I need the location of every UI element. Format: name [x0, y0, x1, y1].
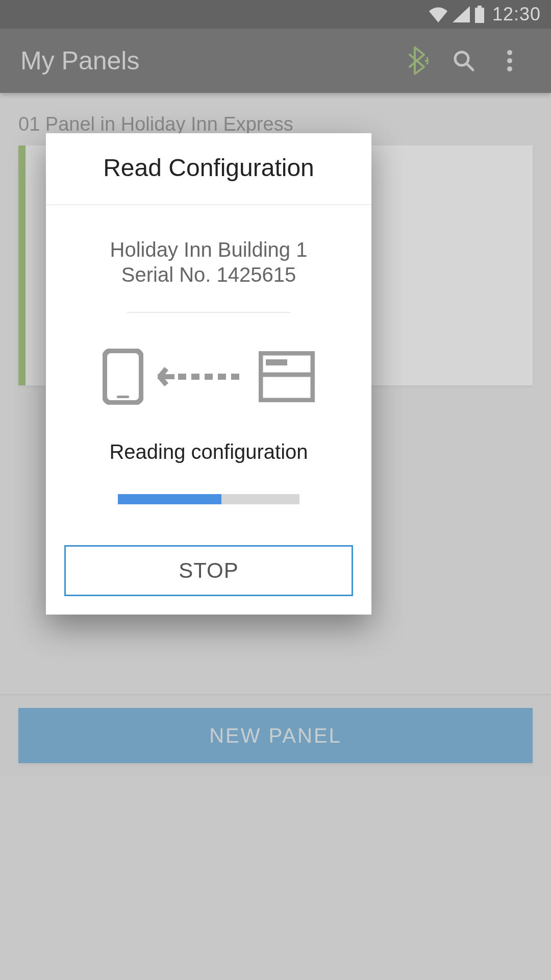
svg-rect-10 [178, 374, 186, 380]
transfer-graphic [66, 349, 351, 405]
svg-rect-12 [205, 374, 213, 380]
progress-fill [118, 494, 221, 504]
progress-bar [118, 494, 299, 504]
read-configuration-dialog: Read Configuration Holiday Inn Building … [46, 133, 371, 615]
svg-rect-16 [266, 359, 287, 365]
phone-icon [103, 349, 143, 405]
serial-number: Serial No. 1425615 [66, 263, 351, 286]
dialog-title: Read Configuration [46, 133, 371, 205]
divider [127, 312, 290, 313]
dialog-body: Holiday Inn Building 1 Serial No. 142561… [46, 205, 371, 504]
svg-rect-14 [231, 374, 239, 380]
arrow-left-icon [158, 366, 244, 387]
svg-rect-8 [105, 351, 141, 403]
svg-rect-13 [218, 374, 226, 380]
device-name: Holiday Inn Building 1 [66, 236, 351, 263]
panel-device-icon [259, 351, 315, 402]
svg-rect-9 [117, 396, 129, 398]
stop-button[interactable]: STOP [64, 545, 353, 596]
svg-rect-11 [191, 374, 199, 380]
status-text: Reading configuration [66, 440, 351, 463]
